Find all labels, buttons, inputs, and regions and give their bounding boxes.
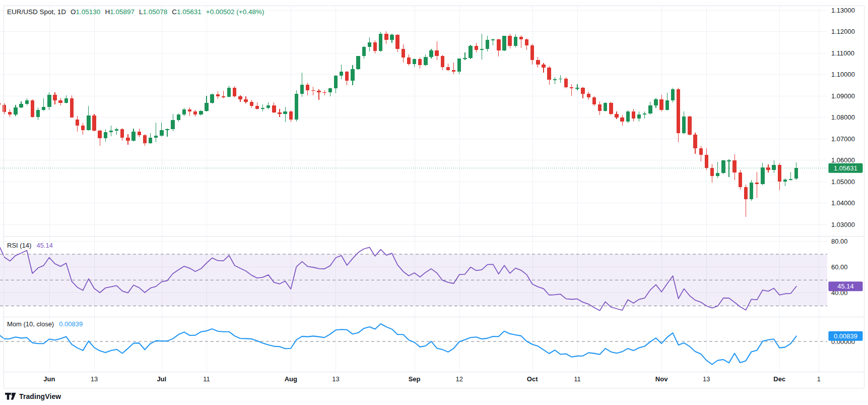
time-axis-labels[interactable]: Jun13Jul11Aug13Sep12Oct11Nov13Dec1 [43, 375, 821, 383]
svg-text:80.00: 80.00 [831, 238, 848, 245]
svg-text:1.04000: 1.04000 [831, 199, 855, 207]
svg-text:1.03000: 1.03000 [831, 221, 855, 228]
svg-text:Nov: Nov [655, 375, 668, 383]
high-label: H [105, 8, 110, 16]
svg-text:45.14: 45.14 [837, 282, 854, 290]
svg-text:Jun: Jun [43, 375, 55, 383]
momentum-indicator-label: Mom (10, close) 0.00839 [7, 320, 83, 328]
svg-text:1: 1 [817, 375, 821, 383]
rsi-value: 45.14 [36, 242, 53, 249]
svg-text:Oct: Oct [527, 375, 538, 383]
low-value: 1.05078 [143, 8, 167, 16]
close-value: 1.05631 [177, 8, 202, 16]
rsi-value-badge: 45.14 [829, 281, 863, 291]
svg-text:1.07000: 1.07000 [831, 135, 855, 143]
tradingview-logo-icon [5, 392, 16, 400]
open-value: 1.05130 [76, 8, 101, 16]
rsi-band [0, 254, 827, 306]
high-value: 1.05897 [110, 8, 135, 16]
svg-text:1.05631: 1.05631 [834, 164, 857, 172]
chart-border [4, 6, 864, 389]
svg-text:1.11000: 1.11000 [831, 49, 854, 57]
momentum-line [0, 324, 796, 365]
svg-text:1.09000: 1.09000 [831, 92, 855, 100]
svg-text:11: 11 [203, 375, 210, 383]
svg-text:60.00: 60.00 [831, 263, 848, 271]
candlesticks [0, 31, 798, 217]
rsi-name: RSI (14) [7, 242, 31, 249]
svg-text:1.13000: 1.13000 [831, 7, 855, 14]
tradingview-logo-link[interactable]: TradingView [5, 392, 61, 400]
symbol-title: EUR/USD Spot, 1D [7, 8, 66, 16]
open-label: O [71, 8, 76, 16]
svg-text:1.06000: 1.06000 [831, 156, 855, 164]
last-price-badge: 1.05631 [829, 163, 863, 173]
momentum-value: 0.00839 [59, 320, 83, 328]
symbol-header: EUR/USD Spot, 1D O 1.05130 H 1.05897 L 1… [7, 7, 264, 16]
svg-text:Aug: Aug [285, 375, 297, 383]
svg-text:12: 12 [456, 375, 463, 383]
tradingview-logo-text: TradingView [19, 392, 61, 400]
svg-text:11: 11 [574, 375, 581, 383]
svg-text:Jul: Jul [157, 375, 166, 383]
svg-text:1.08000: 1.08000 [831, 113, 855, 121]
price-chart-canvas[interactable]: 1.130001.120001.110001.100001.090001.080… [0, 0, 868, 405]
svg-text:1.12000: 1.12000 [831, 28, 855, 35]
momentum-name: Mom (10, close) [7, 320, 54, 328]
close-label: C [172, 8, 177, 16]
svg-text:Dec: Dec [773, 375, 785, 383]
momentum-value-badge: 0.00839 [829, 331, 863, 341]
tradingview-chart-widget: 1.130001.120001.110001.100001.090001.080… [0, 0, 868, 405]
rsi-indicator-label: RSI (14) 45.14 [7, 242, 53, 249]
change-value: +0.00502 (+0.48%) [206, 8, 264, 16]
low-label: L [139, 8, 143, 16]
svg-text:13: 13 [332, 375, 339, 383]
svg-text:Sep: Sep [409, 375, 421, 383]
svg-text:0.00839: 0.00839 [834, 332, 857, 340]
svg-text:1.05000: 1.05000 [831, 178, 855, 186]
svg-text:1.10000: 1.10000 [831, 71, 855, 78]
svg-text:13: 13 [91, 375, 98, 383]
svg-text:13: 13 [703, 375, 710, 383]
price-axis-labels[interactable]: 1.130001.120001.110001.100001.090001.080… [831, 7, 855, 345]
